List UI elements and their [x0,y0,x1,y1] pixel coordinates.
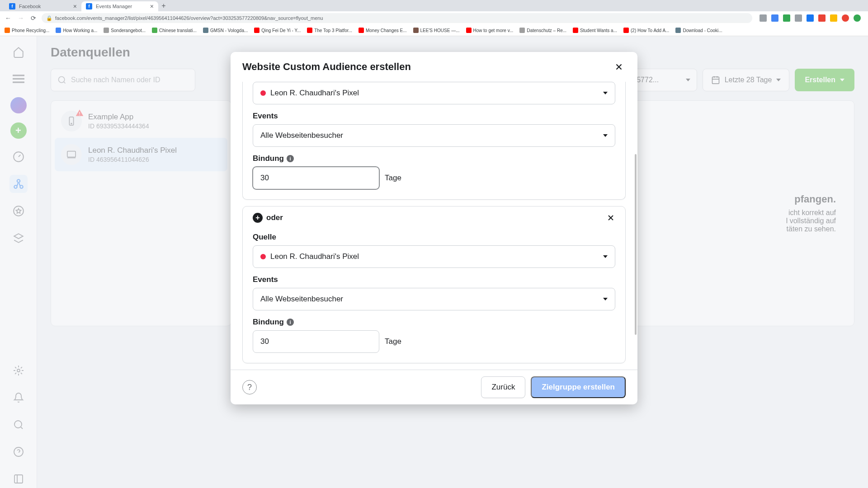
extension-icons [756,14,864,22]
tab-title: Facebook [19,4,41,9]
source-select[interactable]: Leon R. Chaudhari's Pixel [253,245,615,268]
modal-wrapper: Website Custom Audience erstellen Leon R… [0,36,868,488]
ext-icon[interactable] [807,14,814,22]
ext-icon[interactable] [818,14,826,22]
remove-group-button[interactable] [606,213,615,222]
bookmark-item[interactable]: Phone Recycling... [5,28,49,33]
plus-icon: + [253,213,263,223]
bookmark-item[interactable]: How Working a... [56,28,97,33]
events-value: Alle Webseitenbesucher [260,131,343,140]
status-dot-icon [260,254,266,259]
modal-close-button[interactable] [612,60,626,74]
source-select[interactable]: Leon R. Chaudhari's Pixel [253,82,615,104]
close-icon [614,62,624,72]
info-icon[interactable]: i [287,155,294,162]
back-button[interactable]: Zurück [481,376,525,398]
browser-tab-events[interactable]: f Events Manager × [81,1,158,11]
days-label: Tage [385,337,401,346]
chevron-down-icon [603,298,608,300]
events-select[interactable]: Alle Webseitenbesucher [253,288,615,310]
tab-bar: f Facebook × f Events Manager × + [0,0,868,11]
ext-icon[interactable] [842,14,849,22]
scrollbar[interactable] [635,154,637,335]
info-icon[interactable]: i [287,319,294,326]
create-audience-button[interactable]: Zielgruppe erstellen [531,376,626,398]
events-label: Events [253,275,615,284]
ext-icon[interactable] [783,14,790,22]
bookmark-item[interactable]: Datenschutz – Re... [519,28,566,33]
ext-icon[interactable] [771,14,778,22]
quelle-label: Quelle [253,233,615,242]
events-label: Events [253,112,615,121]
bindung-label: Bindung i [253,318,615,327]
bookmark-item[interactable]: LEE'S HOUSE —... [413,28,460,33]
bookmark-item[interactable]: Money Changes E... [359,28,407,33]
ext-icon[interactable] [830,14,837,22]
status-dot-icon [260,90,266,96]
bookmark-item[interactable]: Qing Fei De Yi - Y... [254,28,301,33]
modal-title: Website Custom Audience erstellen [242,61,411,73]
bookmark-item[interactable]: Student Wants a... [573,28,617,33]
bookmark-item[interactable]: How to get more v... [466,28,514,33]
create-audience-modal: Website Custom Audience erstellen Leon R… [231,52,637,404]
rule-group: + oder Quelle Leon R. Chaudhari's Pixel … [242,206,626,363]
address-bar[interactable]: 🔒 facebook.com/events_manager2/list/pixe… [42,13,752,23]
browser-chrome: f Facebook × f Events Manager × + ← → ⟳ … [0,0,868,36]
bookmark-item[interactable]: (2) How To Add A... [623,28,669,33]
chevron-down-icon [603,92,608,94]
chevron-down-icon [603,134,608,137]
events-select[interactable]: Alle Webseitenbesucher [253,124,615,147]
source-value: Leon R. Chaudhari's Pixel [270,252,359,261]
forward-button[interactable]: → [16,14,25,23]
avatar-icon[interactable] [854,14,861,22]
lock-icon: 🔒 [46,15,52,21]
close-icon[interactable]: × [73,3,77,10]
browser-tab-facebook[interactable]: f Facebook × [5,1,81,11]
ext-icon[interactable] [760,14,767,22]
bookmark-bar: Phone Recycling... How Working a... Sond… [0,25,868,36]
ext-icon[interactable] [795,14,802,22]
retention-days-input[interactable] [253,167,379,189]
chevron-down-icon [603,255,608,258]
bookmark-item[interactable]: Download - Cooki... [675,28,722,33]
back-button[interactable]: ← [4,14,13,23]
events-value: Alle Webseitenbesucher [260,295,343,304]
days-label: Tage [385,174,401,183]
close-icon [606,213,615,222]
new-tab-button[interactable]: + [158,0,169,11]
or-label: oder [266,213,283,222]
help-button[interactable]: ? [242,380,257,394]
close-icon[interactable]: × [150,3,154,10]
bookmark-item[interactable]: Sonderangebot... [104,28,146,33]
bookmark-item[interactable]: Chinese translati... [152,28,197,33]
bookmark-item[interactable]: The Top 3 Platfor... [307,28,352,33]
bindung-label: Bindung i [253,154,615,163]
address-bar-row: ← → ⟳ 🔒 facebook.com/events_manager2/lis… [0,11,868,25]
url-text: facebook.com/events_manager2/list/pixel/… [55,15,323,21]
tab-title: Events Manager [96,4,132,9]
source-value: Leon R. Chaudhari's Pixel [270,89,359,98]
reload-button[interactable]: ⟳ [29,14,38,23]
retention-days-input[interactable] [253,330,379,353]
bookmark-item[interactable]: GMSN - Vologda... [203,28,248,33]
rule-group: Leon R. Chaudhari's Pixel Events Alle We… [242,82,626,200]
